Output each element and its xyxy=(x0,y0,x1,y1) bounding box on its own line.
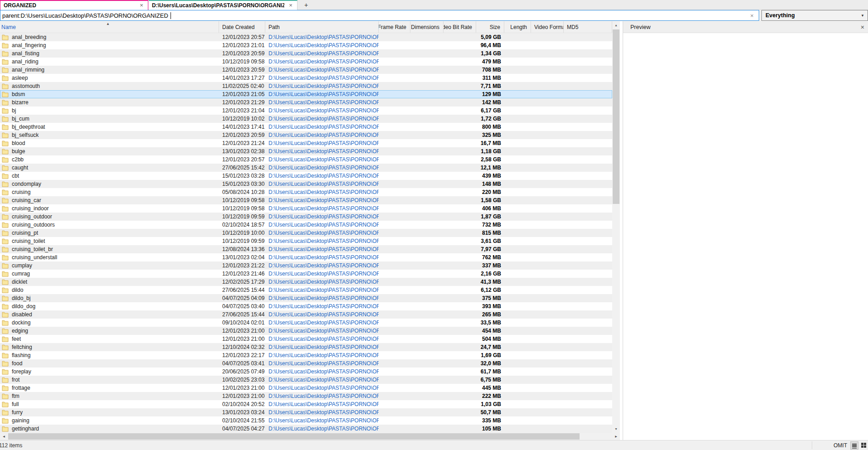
close-tab-icon[interactable]: × xyxy=(287,2,294,9)
table-row[interactable]: anal_fisting12/01/2023 20:59D:\Users\Luc… xyxy=(0,49,612,58)
table-row[interactable]: blood12/01/2023 21:24D:\Users\Lucas\Desk… xyxy=(0,139,612,147)
column-header-frame-rate[interactable]: Frame Rate xyxy=(379,21,410,33)
table-row[interactable]: anal_rimming12/01/2023 20:59D:\Users\Luc… xyxy=(0,66,612,74)
table-row[interactable]: bj_selfsuck12/01/2023 20:59D:\Users\Luca… xyxy=(0,131,612,139)
table-row[interactable]: foreplay20/06/2025 07:49D:\Users\Lucas\D… xyxy=(0,368,612,376)
column-header-dimensions[interactable]: Dimensions xyxy=(410,21,444,33)
folder-name: full xyxy=(12,401,19,407)
path-cell: D:\Users\Lucas\Desktop\PASTAS\PORNO\ORG… xyxy=(265,172,379,180)
column-header-size[interactable]: Size xyxy=(476,21,504,33)
table-row[interactable]: cruising_outdoor10/12/2019 09:59D:\Users… xyxy=(0,213,612,221)
table-row[interactable]: food04/07/2025 03:41D:\Users\Lucas\Deskt… xyxy=(0,359,612,368)
table-row[interactable]: cruising_pt10/12/2019 10:00D:\Users\Luca… xyxy=(0,229,612,237)
clear-search-icon[interactable]: × xyxy=(749,12,755,19)
column-header-video-format[interactable]: Video Format xyxy=(531,21,564,33)
table-row[interactable]: frot10/02/2025 23:03D:\Users\Lucas\Deskt… xyxy=(0,376,612,384)
table-row[interactable]: dildo27/06/2025 15:44D:\Users\Lucas\Desk… xyxy=(0,286,612,294)
table-row[interactable]: cruising_toilet10/12/2019 09:59D:\Users\… xyxy=(0,237,612,245)
table-row[interactable]: bizarre12/01/2023 21:29D:\Users\Lucas\De… xyxy=(0,98,612,106)
table-row[interactable]: anal_breeding12/01/2023 20:57D:\Users\Lu… xyxy=(0,33,612,41)
size-cell: 96,4 MB xyxy=(476,41,504,49)
tab-organized[interactable]: ORGANIZED × xyxy=(0,0,148,10)
folder-name-cell: cruising_car xyxy=(0,196,219,204)
search-input[interactable]: parent:D:\Users\Lucas\Desktop\PASTAS\POR… xyxy=(0,10,759,21)
list-view-button[interactable] xyxy=(850,441,858,450)
folder-icon xyxy=(2,319,9,326)
preview-panel: Preview × xyxy=(623,21,868,440)
table-row[interactable]: cumrag12/01/2023 21:46D:\Users\Lucas\Des… xyxy=(0,270,612,278)
list-view-icon xyxy=(852,444,857,450)
folder-name: edging xyxy=(12,328,28,334)
column-header-md5[interactable]: MD5 xyxy=(564,21,612,33)
horizontal-scrollbar-thumb[interactable] xyxy=(8,433,580,440)
table-row[interactable]: cruising05/08/2024 10:28D:\Users\Lucas\D… xyxy=(0,188,612,196)
folder-name: bdsm xyxy=(12,91,25,97)
table-row[interactable]: bj12/01/2023 21:04D:\Users\Lucas\Desktop… xyxy=(0,106,612,115)
table-row[interactable]: feet12/01/2023 21:00D:\Users\Lucas\Deskt… xyxy=(0,335,612,343)
table-row[interactable]: full02/10/2024 20:52D:\Users\Lucas\Deskt… xyxy=(0,400,612,408)
table-row[interactable]: dicklet12/02/2025 17:29D:\Users\Lucas\De… xyxy=(0,278,612,286)
scroll-up-icon[interactable]: ▲ xyxy=(612,21,620,29)
column-header-path[interactable]: Path xyxy=(265,21,379,33)
scroll-right-icon[interactable]: ▶ xyxy=(612,433,620,440)
table-row[interactable]: cruising_outdoors02/10/2024 18:57D:\User… xyxy=(0,221,612,229)
column-header-video-bit-rate[interactable]: Video Bit Rate xyxy=(444,21,476,33)
folder-name-cell: cruising_outdoor xyxy=(0,213,219,221)
column-header-length[interactable]: Length xyxy=(504,21,531,33)
table-row[interactable]: cruising_toilet_br12/08/2024 13:36D:\Use… xyxy=(0,245,612,253)
table-row[interactable]: cruising_car10/12/2019 09:58D:\Users\Luc… xyxy=(0,196,612,204)
filter-dropdown[interactable]: Everything ▼ xyxy=(761,10,868,21)
path-cell: D:\Users\Lucas\Desktop\PASTAS\PORNO\ORG… xyxy=(265,221,379,229)
table-row[interactable]: cbt15/01/2023 03:28D:\Users\Lucas\Deskto… xyxy=(0,172,612,180)
empty-media-columns xyxy=(379,33,476,41)
table-row[interactable]: dildo_bj04/07/2025 04:09D:\Users\Lucas\D… xyxy=(0,294,612,302)
table-row[interactable]: furry13/01/2023 03:24D:\Users\Lucas\Desk… xyxy=(0,408,612,416)
path-cell: D:\Users\Lucas\Desktop\PASTAS\PORNO\ORG… xyxy=(265,294,379,302)
path-cell: D:\Users\Lucas\Desktop\PASTAS\PORNO\ORG… xyxy=(265,33,379,41)
close-preview-icon[interactable]: × xyxy=(861,24,864,31)
table-row[interactable]: cumplay12/01/2023 21:22D:\Users\Lucas\De… xyxy=(0,261,612,270)
table-row[interactable]: asstomouth11/02/2025 02:40D:\Users\Lucas… xyxy=(0,82,612,90)
table-row[interactable]: dildo_dog04/07/2025 03:40D:\Users\Lucas\… xyxy=(0,302,612,310)
empty-media-columns xyxy=(379,359,476,368)
empty-media-columns xyxy=(379,213,476,221)
folder-icon xyxy=(2,165,9,171)
table-row[interactable]: anal_fingering12/01/2023 21:01D:\Users\L… xyxy=(0,41,612,49)
table-row[interactable]: condomplay15/01/2023 03:30D:\Users\Lucas… xyxy=(0,180,612,188)
table-row[interactable]: ftm12/01/2023 21:00D:\Users\Lucas\Deskto… xyxy=(0,392,612,400)
table-row[interactable]: edging12/01/2023 21:00D:\Users\Lucas\Des… xyxy=(0,327,612,335)
tab-path[interactable]: D:\Users\Lucas\Desktop\PASTAS\PORNO\ORGA… xyxy=(149,0,297,10)
scroll-left-icon[interactable]: ◀ xyxy=(0,433,8,440)
close-tab-icon[interactable]: × xyxy=(138,2,145,9)
table-row[interactable]: feltching12/10/2024 02:32D:\Users\Lucas\… xyxy=(0,343,612,351)
table-row[interactable]: caught27/06/2025 15:42D:\Users\Lucas\Des… xyxy=(0,164,612,172)
scroll-down-icon[interactable]: ▼ xyxy=(612,425,620,433)
table-row[interactable]: bulge13/01/2023 02:38D:\Users\Lucas\Desk… xyxy=(0,147,612,155)
size-cell: 222 MB xyxy=(476,392,504,400)
table-row[interactable]: cruising_indoor10/12/2019 09:58D:\Users\… xyxy=(0,204,612,213)
folder-name-cell: dicklet xyxy=(0,278,219,286)
table-row[interactable]: gaining02/10/2024 21:55D:\Users\Lucas\De… xyxy=(0,416,612,425)
vertical-scrollbar-thumb[interactable] xyxy=(613,29,619,204)
table-row[interactable]: cruising_understall13/01/2023 02:04D:\Us… xyxy=(0,253,612,261)
table-row[interactable]: gettinghard04/07/2025 04:27D:\Users\Luca… xyxy=(0,425,612,433)
table-row[interactable]: bj_deepthroat14/01/2023 17:41D:\Users\Lu… xyxy=(0,123,612,131)
table-row[interactable]: flashing12/01/2023 22:17D:\Users\Lucas\D… xyxy=(0,351,612,359)
table-row[interactable]: disabled27/06/2025 15:44D:\Users\Lucas\D… xyxy=(0,310,612,319)
omit-indicator[interactable]: OMIT xyxy=(834,442,847,449)
table-row[interactable]: asleep14/01/2023 17:27D:\Users\Lucas\Des… xyxy=(0,74,612,82)
new-tab-button[interactable]: + xyxy=(301,1,311,9)
table-row[interactable]: bdsm12/01/2023 21:05D:\Users\Lucas\Deskt… xyxy=(0,90,612,98)
tab-bar: ORGANIZED × D:\Users\Lucas\Desktop\PASTA… xyxy=(0,0,868,10)
folder-name-cell: frot xyxy=(0,376,219,384)
table-row[interactable]: frottage12/01/2023 21:00D:\Users\Lucas\D… xyxy=(0,384,612,392)
table-row[interactable]: bj_cum10/12/2019 10:02D:\Users\Lucas\Des… xyxy=(0,115,612,123)
folder-name-cell: caught xyxy=(0,164,219,172)
column-header-date-created[interactable]: Date Created xyxy=(219,21,265,33)
table-row[interactable]: c2bb12/01/2023 20:57D:\Users\Lucas\Deskt… xyxy=(0,155,612,164)
horizontal-scrollbar[interactable]: ◀ ▶ xyxy=(0,433,620,440)
vertical-scrollbar[interactable]: ▲ ▼ xyxy=(612,21,620,433)
thumbnail-view-button[interactable] xyxy=(860,441,868,450)
table-row[interactable]: docking09/10/2024 02:01D:\Users\Lucas\De… xyxy=(0,319,612,327)
table-row[interactable]: anal_riding10/12/2019 09:58D:\Users\Luca… xyxy=(0,58,612,66)
